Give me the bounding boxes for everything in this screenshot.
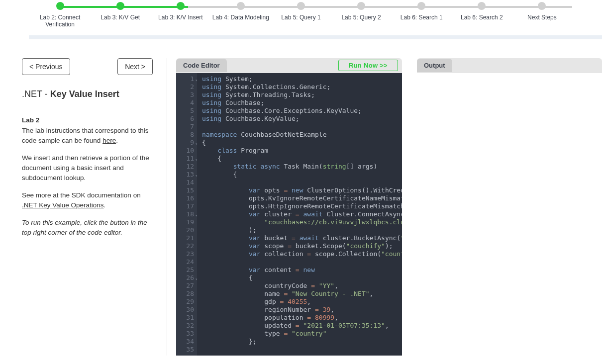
- progress-step-label: Lab 5: Query 1: [281, 14, 320, 21]
- progress-node[interactable]: [56, 2, 64, 10]
- progress-step-label: Lab 5: Query 2: [341, 14, 381, 21]
- title-main: Key Value Insert: [50, 89, 119, 99]
- progress-step-label: Lab 6: Search 2: [461, 14, 503, 21]
- code-editor[interactable]: 1234567891011121314151617181920212223242…: [176, 73, 402, 356]
- progress-step-label: Lab 4: Data Modeling: [212, 14, 269, 21]
- progress-step[interactable]: Lab 3: K/V Get: [90, 2, 150, 28]
- sdk-doc-link[interactable]: .NET Key Value Operations: [22, 201, 104, 209]
- title-prefix: .NET -: [22, 89, 50, 99]
- progress-step[interactable]: Lab 3: K/V Insert: [150, 2, 210, 28]
- progress-node[interactable]: [237, 2, 245, 10]
- here-link[interactable]: here: [102, 137, 116, 144]
- progress-step[interactable]: Lab 6: Search 2: [452, 2, 512, 28]
- progress-step-label: Lab 6: Search 1: [401, 14, 443, 21]
- code-editor-panel: Code Editor Run Now >> 12345678910111213…: [176, 58, 402, 356]
- run-now-button[interactable]: Run Now >>: [338, 60, 398, 71]
- progress-step[interactable]: Lab 6: Search 1: [392, 2, 452, 28]
- page-title: .NET - Key Value Insert: [22, 89, 157, 99]
- desc-p2: We insert and then retrieve a portion of…: [22, 153, 157, 182]
- output-body: [417, 73, 602, 356]
- progress-node[interactable]: [116, 2, 124, 10]
- desc-p3a: See more at the SDK documentation on: [22, 191, 141, 199]
- code-content[interactable]: using System;using System.Collections.Ge…: [197, 73, 402, 356]
- left-panel: < Previous Next > .NET - Key Value Inser…: [0, 58, 167, 356]
- output-panel: Output: [417, 58, 602, 356]
- code-editor-tab[interactable]: Code Editor: [176, 59, 227, 72]
- progress-node[interactable]: [357, 2, 365, 10]
- desc-p1a: The lab instructions that correspond to …: [22, 127, 148, 144]
- progress-step[interactable]: Lab 2: Connect Verification: [30, 2, 90, 28]
- progress-step-label: Lab 3: K/V Insert: [158, 14, 202, 21]
- progress-node[interactable]: [478, 2, 486, 10]
- description: Lab 2 The lab instructions that correspo…: [22, 115, 157, 238]
- desc-p3b: .: [104, 201, 106, 209]
- progress-step-label: Lab 2: Connect Verification: [30, 14, 90, 28]
- progress-step[interactable]: Next Steps: [512, 2, 572, 28]
- progress-node[interactable]: [417, 2, 425, 10]
- lab-heading: Lab 2: [22, 115, 157, 125]
- desc-p4: To run this example, click the button in…: [22, 218, 157, 237]
- progress-bottom-bar: [29, 35, 602, 39]
- progress-step[interactable]: Lab 5: Query 2: [331, 2, 392, 28]
- progress-step-label: Lab 3: K/V Get: [100, 14, 140, 21]
- desc-p1b: .: [116, 137, 118, 144]
- progress-step[interactable]: Lab 4: Data Modeling: [210, 2, 271, 28]
- next-button[interactable]: Next >: [117, 58, 153, 75]
- progress-node[interactable]: [297, 2, 305, 10]
- progress-step-label: Next Steps: [527, 14, 557, 21]
- output-tab[interactable]: Output: [417, 59, 452, 72]
- progress-tracker: Lab 2: Connect VerificationLab 3: K/V Ge…: [0, 0, 602, 39]
- progress-step[interactable]: Lab 5: Query 1: [271, 2, 331, 28]
- progress-node[interactable]: [538, 2, 546, 10]
- line-gutter: 1234567891011121314151617181920212223242…: [176, 73, 197, 356]
- progress-node[interactable]: [177, 2, 185, 10]
- previous-button[interactable]: < Previous: [22, 58, 70, 75]
